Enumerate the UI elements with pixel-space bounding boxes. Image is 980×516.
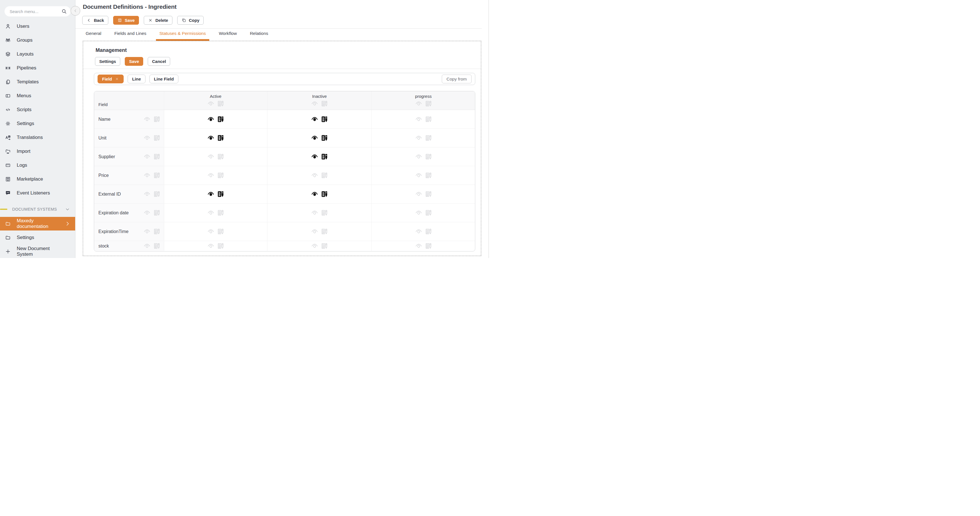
eye-icon	[415, 190, 423, 198]
eye-icon	[415, 115, 423, 123]
visibility-edit-icons[interactable]	[311, 209, 328, 217]
plus-icon	[5, 248, 11, 255]
sidebar-item-menus[interactable]: Menus	[0, 89, 75, 103]
sidebar-item-scripts[interactable]: Scripts	[0, 103, 75, 116]
visibility-edit-icons[interactable]	[311, 228, 328, 235]
sidebar-item-settings[interactable]: Settings	[0, 230, 75, 245]
sidebar-item-templates[interactable]: Templates	[0, 75, 75, 89]
sidebar-item-new-document-system[interactable]: New Document System	[0, 245, 75, 258]
sidebar-item-users[interactable]: Users	[0, 19, 75, 33]
edit-doc-icon	[425, 115, 432, 123]
panel-icon	[5, 93, 11, 99]
field-visibility-edit-icons[interactable]	[143, 228, 161, 235]
visibility-edit-icons[interactable]	[415, 134, 432, 142]
column-header-field: Field	[94, 91, 164, 110]
visibility-edit-icons[interactable]	[207, 171, 224, 179]
sidebar-item-event-listeners[interactable]: Event Listeners	[0, 186, 75, 200]
header-visibility-edit-icons[interactable]	[311, 100, 328, 108]
visibility-edit-icons[interactable]	[207, 134, 224, 142]
header-visibility-edit-icons[interactable]	[415, 100, 432, 108]
eye-icon	[311, 115, 318, 123]
eye-icon	[311, 153, 318, 160]
user-icon	[5, 23, 11, 30]
visibility-edit-icons[interactable]	[311, 134, 328, 142]
copy-from-button[interactable]: Copy from	[442, 75, 472, 83]
visibility-edit-icons[interactable]	[207, 190, 224, 198]
sidebar-item-marketplace[interactable]: Marketplace	[0, 172, 75, 186]
field-visibility-edit-icons[interactable]	[143, 134, 161, 142]
field-visibility-edit-icons[interactable]	[143, 190, 161, 198]
visibility-edit-icons[interactable]	[415, 228, 432, 235]
field-cell: External ID	[94, 185, 164, 203]
sidebar-item-pipelines[interactable]: Pipelines	[0, 61, 75, 75]
eye-icon	[311, 242, 318, 250]
visibility-edit-icons[interactable]	[415, 190, 432, 198]
sidebar-collapse-button[interactable]	[71, 6, 80, 16]
tab-relations[interactable]: Relations	[250, 30, 268, 41]
tab-general[interactable]: General	[86, 30, 101, 41]
edit-doc-icon	[425, 171, 432, 179]
filter-line-field-button[interactable]: Line Field	[150, 75, 178, 83]
sidebar-section-document-systems[interactable]: DOCUMENT SYSTEMS	[0, 202, 75, 217]
window-right-edge	[488, 0, 489, 258]
header-visibility-edit-icons[interactable]	[207, 100, 224, 108]
management-cancel-button[interactable]: Cancel	[148, 57, 170, 66]
status-cell-progress	[371, 203, 475, 222]
visibility-edit-icons[interactable]	[415, 209, 432, 217]
management-settings-button[interactable]: Settings	[95, 57, 120, 66]
status-cell-progress	[371, 166, 475, 184]
sidebar-item-translations[interactable]: Translations	[0, 130, 75, 144]
visibility-edit-icons[interactable]	[207, 242, 224, 250]
field-visibility-edit-icons[interactable]	[143, 115, 161, 123]
visibility-edit-icons[interactable]	[415, 115, 432, 123]
field-visibility-edit-icons[interactable]	[143, 171, 161, 179]
visibility-edit-icons[interactable]	[207, 209, 224, 217]
sidebar-item-maxedy-documentation[interactable]: Maxedy documentation	[0, 217, 75, 230]
visibility-edit-icons[interactable]	[207, 115, 224, 123]
visibility-edit-icons[interactable]	[207, 228, 224, 235]
delete-button[interactable]: Delete	[144, 16, 172, 25]
field-label: Name	[99, 117, 143, 122]
edit-doc-icon	[216, 153, 224, 160]
field-visibility-edit-icons[interactable]	[143, 209, 161, 217]
visibility-edit-icons[interactable]	[311, 242, 328, 250]
visibility-edit-icons[interactable]	[311, 171, 328, 179]
filter-field-button[interactable]: Field	[97, 75, 124, 83]
tab-fields-and-lines[interactable]: Fields and Lines	[114, 30, 146, 41]
visibility-edit-icons[interactable]	[415, 242, 432, 250]
sidebar-item-label: Layouts	[17, 51, 34, 57]
sidebar-item-settings[interactable]: Settings	[0, 116, 75, 130]
field-visibility-edit-icons[interactable]	[143, 242, 161, 250]
search-icon[interactable]	[61, 8, 67, 14]
sidebar-item-groups[interactable]: Groups	[0, 33, 75, 47]
visibility-edit-icons[interactable]	[415, 153, 432, 160]
tab-workflow[interactable]: Workflow	[219, 30, 237, 41]
visibility-edit-icons[interactable]	[207, 153, 224, 160]
filter-line-button[interactable]: Line	[127, 75, 145, 83]
sidebar-item-label: Logs	[17, 162, 27, 168]
field-cell: ExpirationTime	[94, 222, 164, 241]
xmark-icon	[115, 77, 119, 81]
edit-doc-icon	[216, 242, 224, 250]
table-row: Supplier	[94, 148, 475, 166]
visibility-edit-icons[interactable]	[311, 115, 328, 123]
visibility-edit-icons[interactable]	[311, 190, 328, 198]
status-cell-active	[164, 203, 267, 222]
field-label: stock	[99, 243, 143, 249]
visibility-edit-icons[interactable]	[415, 171, 432, 179]
copy-button[interactable]: Copy	[177, 16, 204, 25]
save-button[interactable]: Save	[113, 16, 139, 25]
eye-icon	[143, 134, 151, 142]
field-label: External ID	[99, 192, 143, 197]
button-label: Settings	[99, 59, 116, 64]
tab-statuses-permissions[interactable]: Statuses & Permissions	[159, 30, 206, 41]
field-visibility-edit-icons[interactable]	[143, 153, 161, 160]
sidebar-item-layouts[interactable]: Layouts	[0, 47, 75, 61]
management-save-button[interactable]: Save	[125, 57, 143, 66]
sidebar-item-label: Users	[17, 24, 29, 29]
sidebar-item-import[interactable]: Import	[0, 144, 75, 158]
back-button[interactable]: Back	[82, 16, 108, 25]
visibility-edit-icons[interactable]	[311, 153, 328, 160]
edit-doc-icon	[153, 171, 161, 179]
sidebar-item-logs[interactable]: Logs	[0, 158, 75, 172]
